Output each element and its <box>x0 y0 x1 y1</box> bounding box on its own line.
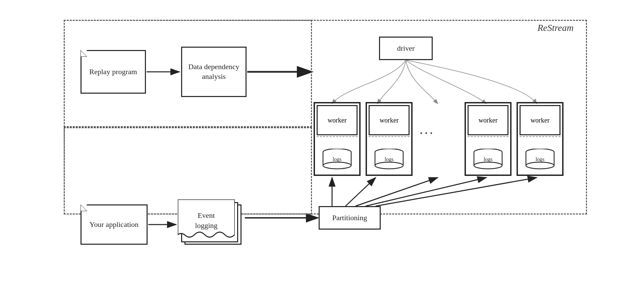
worker-group-1: worker logs <box>314 102 361 176</box>
diagram-container: ReStream Replay program Data dependency … <box>37 13 607 275</box>
dots-middle: · · · <box>420 127 433 139</box>
worker-group-4: worker logs <box>517 102 564 176</box>
svg-text:Event: Event <box>198 211 215 220</box>
partitioning-node: Partitioning <box>319 206 381 230</box>
worker-group-2: worker logs <box>366 102 413 176</box>
worker-1-label: worker <box>317 105 358 135</box>
event-logging-front: Event logging <box>178 199 235 241</box>
event-logging-wrapper: Event logging <box>178 199 245 250</box>
svg-text:logging: logging <box>195 221 217 230</box>
svg-text:logs: logs <box>536 156 545 162</box>
worker-3-label: worker <box>468 105 508 135</box>
divider-3 <box>468 136 508 137</box>
dog-ear-inner <box>81 51 87 56</box>
divider-2 <box>369 136 410 137</box>
worker-2-label: worker <box>369 105 410 135</box>
svg-text:logs: logs <box>333 156 342 162</box>
replay-program-label: Replay program <box>89 67 137 77</box>
partitioning-label: Partitioning <box>332 213 367 223</box>
replay-program-node: Replay program <box>80 50 146 94</box>
svg-text:logs: logs <box>484 156 493 162</box>
your-application-node: Your application <box>80 204 148 245</box>
your-application-label: Your application <box>90 220 139 230</box>
svg-point-34 <box>526 162 554 169</box>
logs-3: logs <box>472 149 504 171</box>
logs-2: logs <box>373 149 405 171</box>
svg-point-28 <box>474 162 502 169</box>
worker-4-label: worker <box>520 105 560 135</box>
restream-label: ReStream <box>537 22 574 33</box>
divider-4 <box>520 136 560 137</box>
data-dependency-node: Data dependency analysis <box>181 47 247 97</box>
driver-node: driver <box>379 37 433 60</box>
worker-group-3: worker logs <box>465 102 512 176</box>
driver-label: driver <box>397 44 415 53</box>
logs-4: logs <box>524 149 556 171</box>
data-dependency-label: Data dependency analysis <box>182 62 246 81</box>
app-dog-ear-inner <box>81 205 87 211</box>
svg-text:logs: logs <box>385 156 394 162</box>
divider-1 <box>317 136 358 137</box>
svg-point-16 <box>323 162 351 169</box>
logs-1: logs <box>321 149 353 171</box>
svg-point-22 <box>375 162 403 169</box>
